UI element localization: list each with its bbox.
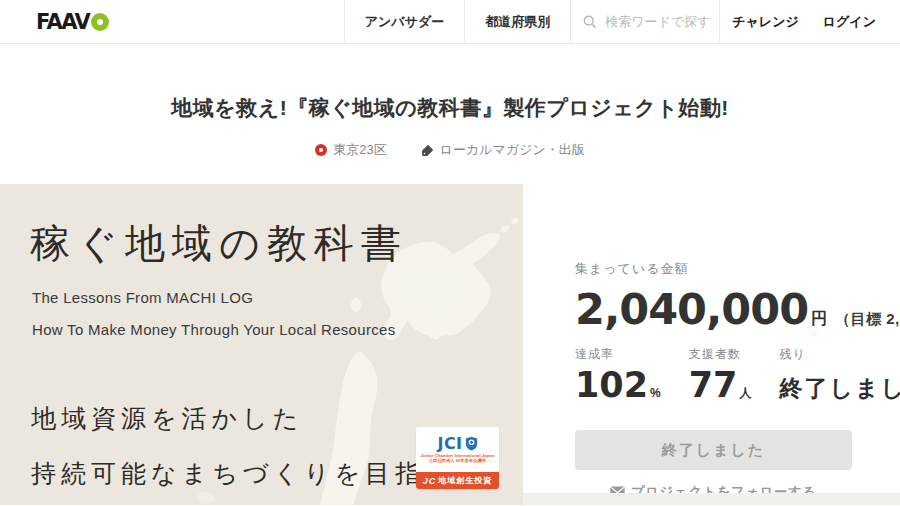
nav-item-ambassador[interactable]: アンバサダー bbox=[344, 0, 465, 44]
funding-stats-panel: 集まっている金額 2,040,000 円 （目標 2,000,000円） 達成率… bbox=[523, 184, 900, 505]
achievement-figure: 達成率 102 % bbox=[575, 346, 661, 405]
nav-item-prefectures[interactable]: 都道府県別 bbox=[464, 0, 570, 44]
project-title: 地域を救え!『稼ぐ地域の教科書』製作プロジェクト始動! bbox=[0, 44, 900, 122]
project-meta: 東京23区 ローカルマガジン・出版 bbox=[0, 141, 900, 159]
navbar: FAAV アンバサダー 都道府県別 チャレンジ ログイン bbox=[0, 0, 900, 44]
figures-row: 達成率 102 % 支援者数 77 人 残り 終了しました bbox=[575, 346, 900, 405]
achievement-label: 達成率 bbox=[575, 346, 661, 363]
project-cover-image: 稼ぐ地域の教科書 The Lessons From MACHI LOG How … bbox=[0, 184, 523, 505]
project-header: 地域を救え!『稼ぐ地域の教科書』製作プロジェクト始動! 東京23区 ローカルマガ… bbox=[0, 44, 900, 184]
ended-button[interactable]: 終了しました bbox=[575, 430, 852, 470]
supporters-label: 支援者数 bbox=[689, 346, 752, 363]
category-label: ローカルマガジン・出版 bbox=[440, 141, 585, 159]
nav-link-label: チャレンジ bbox=[732, 13, 799, 31]
jci-logo-text: JCI bbox=[437, 434, 462, 453]
achievement-unit: % bbox=[650, 386, 661, 400]
remaining-value: 終了しました bbox=[779, 373, 900, 404]
remaining-figure: 残り 終了しました bbox=[779, 346, 900, 405]
faavo-logo[interactable]: FAAV bbox=[36, 10, 109, 34]
raised-amount-label: 集まっている金額 bbox=[575, 260, 900, 278]
nav-item-label: 都道府県別 bbox=[485, 13, 550, 31]
remaining-label: 残り bbox=[779, 346, 900, 363]
hero-title: 稼ぐ地域の教科書 bbox=[30, 216, 408, 271]
jci-badge: JCI Junior Chamber International Japan 公… bbox=[416, 427, 499, 489]
goal-amount: （目標 2,000,000円） bbox=[835, 310, 900, 329]
hero-subtitle-1: The Lessons From MACHI LOG bbox=[32, 289, 253, 306]
location-label: 東京23区 bbox=[333, 141, 386, 159]
raised-amount-value: 2,040,000 bbox=[575, 284, 808, 334]
supporters-unit: 人 bbox=[739, 385, 751, 402]
category-link[interactable]: ローカルマガジン・出版 bbox=[421, 141, 585, 159]
search-box bbox=[570, 0, 720, 44]
jci-badge-bar: JC 地域創生投資 bbox=[416, 472, 499, 489]
hero-tagline-1: 地域資源を活かした bbox=[31, 402, 303, 435]
supporters-value: 77 bbox=[689, 365, 738, 405]
tag-icon bbox=[421, 144, 434, 157]
raised-amount-row: 2,040,000 円 （目標 2,000,000円） bbox=[575, 284, 900, 334]
jci-badge-top: JCI Junior Chamber International Japan 公… bbox=[416, 427, 499, 472]
achievement-value: 102 bbox=[575, 365, 648, 405]
search-input[interactable] bbox=[605, 14, 715, 29]
nav-link-label: ログイン bbox=[823, 13, 876, 31]
location-link[interactable]: 東京23区 bbox=[315, 141, 386, 159]
main-content: 稼ぐ地域の教科書 The Lessons From MACHI LOG How … bbox=[0, 184, 900, 505]
nav-menu: アンバサダー 都道府県別 チャレンジ ログイン bbox=[344, 0, 900, 44]
raised-amount-unit: 円 bbox=[811, 309, 827, 330]
nav-link-login[interactable]: ログイン bbox=[811, 0, 900, 44]
page: FAAV アンバサダー 都道府県別 チャレンジ ログイン bbox=[0, 0, 900, 506]
supporters-figure: 支援者数 77 人 bbox=[689, 346, 752, 405]
nav-item-label: アンバサダー bbox=[365, 13, 445, 31]
jci-badge-subtext: Junior Chamber International Japan 公益社団法… bbox=[421, 453, 495, 464]
nav-link-challenge[interactable]: チャレンジ bbox=[720, 0, 811, 44]
location-pin-icon bbox=[315, 144, 327, 156]
jci-shield-icon bbox=[465, 436, 478, 451]
hero-subtitle-2: How To Make Money Through Your Local Res… bbox=[32, 321, 395, 338]
section-divider bbox=[523, 493, 900, 505]
faavo-logo-text: FAAV bbox=[36, 10, 89, 34]
search-icon bbox=[583, 15, 597, 29]
faavo-logo-o-icon bbox=[91, 13, 109, 31]
